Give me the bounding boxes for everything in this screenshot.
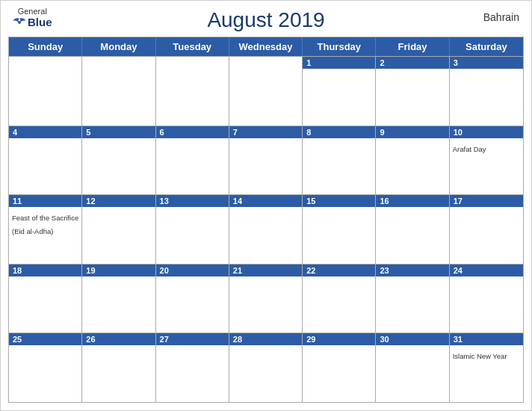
date-number: 14 (229, 195, 302, 207)
date-number: 3 (450, 57, 523, 69)
date-number: 18 (9, 265, 81, 276)
country-label: Bahrain (483, 11, 519, 23)
table-row: 4 (9, 126, 82, 195)
date-number: 13 (156, 195, 229, 207)
date-number: 21 (229, 265, 302, 276)
date-number: 12 (82, 195, 155, 207)
table-row: 13 (156, 195, 229, 264)
date-number: 20 (156, 265, 229, 276)
header-wednesday: Wednesday (229, 37, 303, 56)
table-row: 22 (303, 265, 376, 333)
date-number: 22 (303, 265, 375, 276)
weeks-container: 1 2 3 4 5 6 (9, 56, 523, 402)
date-number: 6 (156, 126, 229, 138)
table-row: 23 (376, 265, 449, 333)
header-friday: Friday (376, 37, 449, 56)
table-row: 2 (376, 57, 449, 126)
date-number: 9 (376, 126, 448, 138)
week-4: 18 19 20 21 22 23 24 (9, 264, 523, 333)
table-row: 31 Islamic New Year (450, 333, 523, 402)
table-row (82, 57, 155, 126)
header-monday: Monday (82, 37, 155, 56)
table-row: 15 (303, 195, 376, 264)
date-number: 19 (82, 265, 155, 276)
date-number: 7 (229, 126, 302, 138)
date-number: 17 (450, 195, 523, 207)
table-row: 10 Arafat Day (450, 126, 523, 195)
table-row: 6 (156, 126, 229, 195)
cell-event: Feast of the Sacrifice (Eid al-Adha) (12, 214, 78, 235)
table-row: 20 (156, 265, 229, 333)
table-row: 21 (229, 265, 303, 333)
date-number: 4 (9, 126, 81, 138)
header-tuesday: Tuesday (156, 37, 229, 56)
logo-blue-text: Blue (28, 16, 52, 28)
date-number: 29 (303, 333, 375, 345)
day-headers-row: Sunday Monday Tuesday Wednesday Thursday… (9, 37, 523, 56)
table-row (156, 57, 229, 126)
svg-point-0 (18, 21, 21, 24)
date-number: 25 (9, 333, 81, 345)
date-number: 15 (303, 195, 375, 207)
date-number: 16 (376, 195, 448, 207)
logo-blue-container: Blue (13, 16, 52, 28)
week-1: 1 2 3 (9, 56, 523, 126)
table-row: 26 (82, 333, 155, 402)
cell-event: Islamic New Year (453, 352, 507, 360)
table-row (229, 57, 303, 126)
date-number: 26 (82, 333, 155, 345)
table-row (9, 57, 82, 126)
date-number: 23 (376, 265, 448, 276)
table-row: 30 (376, 333, 449, 402)
table-row: 27 (156, 333, 229, 402)
table-row: 3 (450, 57, 523, 126)
table-row: 17 (450, 195, 523, 264)
header-saturday: Saturday (450, 37, 523, 56)
table-row: 1 (303, 57, 376, 126)
date-number: 28 (229, 333, 302, 345)
logo-bird-icon (13, 17, 26, 28)
table-row: 7 (229, 126, 303, 195)
date-number: 8 (303, 126, 375, 138)
logo: General Blue (13, 7, 52, 28)
table-row: 5 (82, 126, 155, 195)
table-row: 29 (303, 333, 376, 402)
table-row: 18 (9, 265, 82, 333)
table-row: 14 (229, 195, 303, 264)
table-row: 19 (82, 265, 155, 333)
date-number: 1 (303, 57, 375, 69)
week-3: 11 Feast of the Sacrifice (Eid al-Adha) … (9, 194, 523, 264)
week-2: 4 5 6 7 8 9 10 Arafat (9, 126, 523, 195)
calendar-header: General Blue August 2019 Bahrain (1, 1, 531, 37)
week-5: 25 26 27 28 29 30 31 I (9, 333, 523, 402)
calendar-grid: Sunday Monday Tuesday Wednesday Thursday… (8, 37, 524, 403)
table-row: 24 (450, 265, 523, 333)
calendar-title: August 2019 (207, 8, 324, 32)
date-number: 30 (376, 333, 448, 345)
table-row: 12 (82, 195, 155, 264)
date-number: 10 (450, 126, 523, 138)
date-number: 5 (82, 126, 155, 138)
date-number: 2 (376, 57, 448, 69)
date-number: 31 (450, 333, 523, 345)
table-row: 16 (376, 195, 449, 264)
table-row: 9 (376, 126, 449, 195)
date-number: 11 (9, 195, 81, 207)
table-row: 28 (229, 333, 303, 402)
logo-general-text: General (18, 7, 47, 16)
header-sunday: Sunday (9, 37, 82, 56)
header-thursday: Thursday (303, 37, 376, 56)
cell-event: Arafat Day (453, 145, 486, 153)
date-number: 24 (450, 265, 523, 276)
date-number: 27 (156, 333, 229, 345)
calendar-page: General Blue August 2019 Bahrain Sunday … (0, 0, 532, 411)
table-row: 11 Feast of the Sacrifice (Eid al-Adha) (9, 195, 82, 264)
table-row: 8 (303, 126, 376, 195)
table-row: 25 (9, 333, 82, 402)
